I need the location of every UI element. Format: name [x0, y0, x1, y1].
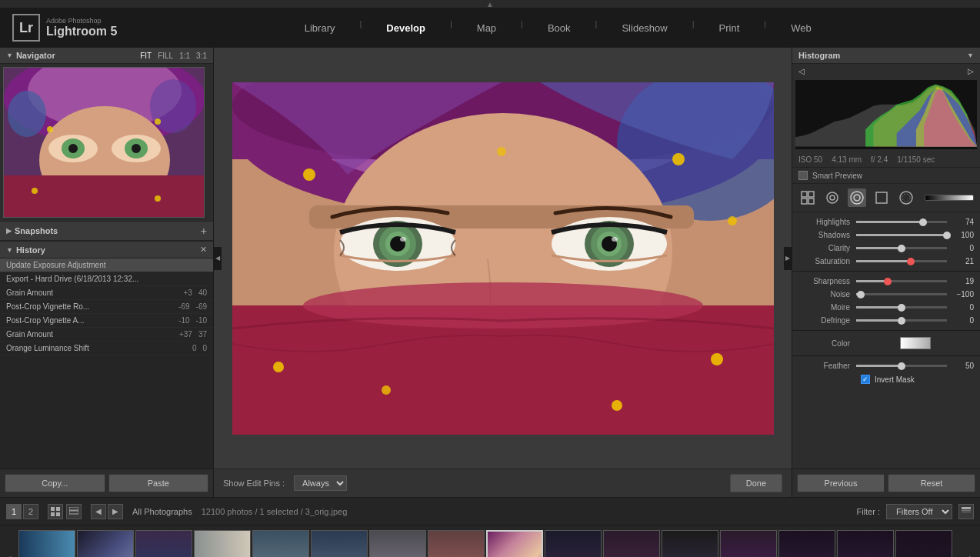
- film-thumbnail[interactable]: [18, 530, 75, 558]
- feather-slider[interactable]: [856, 365, 947, 367]
- previous-button[interactable]: Previous: [797, 474, 885, 492]
- highlight-clipping-icon[interactable]: ▷: [968, 67, 974, 75]
- defringe-slider[interactable]: [856, 319, 947, 322]
- nav-slideshow[interactable]: Slideshow: [615, 19, 673, 37]
- history-close-button[interactable]: ✕: [200, 245, 207, 255]
- film-thumbnail[interactable]: [194, 530, 251, 558]
- saturation-row: Saturation 21: [792, 255, 980, 268]
- navigator-header[interactable]: ▼ Navigator FIT FILL 1:1 3:1: [0, 48, 213, 64]
- right-panel-toggle[interactable]: ▶: [784, 247, 792, 270]
- zoom-fill[interactable]: FILL: [158, 52, 173, 60]
- shadows-value: 100: [947, 231, 974, 239]
- film-thumbnail[interactable]: [545, 530, 602, 558]
- main-image-svg: [232, 82, 774, 435]
- view-compare-button[interactable]: 2: [23, 504, 38, 519]
- svg-point-45: [711, 353, 723, 365]
- color-swatch[interactable]: [900, 337, 931, 349]
- zoom-fit[interactable]: FIT: [140, 52, 152, 60]
- view-single-button[interactable]: 1: [6, 504, 22, 519]
- brush-tool-icon[interactable]: [897, 188, 915, 207]
- app-brand: Adobe Photoshop: [46, 17, 117, 25]
- film-thumbnail[interactable]: [252, 530, 309, 558]
- copy-button[interactable]: Copy...: [5, 474, 105, 492]
- film-thumbnail[interactable]: [720, 530, 777, 558]
- history-item-label: Orange Luminance Shift: [6, 344, 192, 352]
- history-item[interactable]: Post-Crop Vignette A... -10-10: [0, 314, 213, 328]
- histogram-svg: [795, 80, 977, 149]
- filter-label: Filter :: [856, 507, 880, 516]
- svg-point-16: [155, 195, 161, 202]
- smart-preview-row: Smart Preview: [792, 168, 980, 184]
- film-thumbnail[interactable]: [135, 530, 192, 558]
- highlights-slider[interactable]: [856, 221, 947, 223]
- grid-tool-icon[interactable]: [798, 188, 817, 207]
- sharpness-value: 19: [947, 277, 974, 285]
- history-item[interactable]: Grain Amount +340: [0, 286, 213, 300]
- invert-mask-checkbox[interactable]: ✓: [861, 375, 870, 384]
- snapshots-add-button[interactable]: +: [201, 225, 207, 237]
- film-thumbnail[interactable]: [77, 530, 134, 558]
- moire-slider[interactable]: [856, 306, 947, 309]
- nav-prev-arrow[interactable]: ◀: [91, 504, 106, 519]
- history-item[interactable]: Export - Hard Drive (6/18/2013 12:32...: [0, 272, 213, 286]
- film-thumbnail[interactable]: [837, 530, 894, 558]
- shadows-slider[interactable]: [856, 234, 947, 236]
- history-item[interactable]: Update Exposure Adjustment: [0, 258, 213, 272]
- top-panel-toggle[interactable]: ▲: [0, 0, 980, 8]
- history-header[interactable]: ▼ History ✕: [0, 242, 213, 258]
- history-item[interactable]: Grain Amount +3737: [0, 328, 213, 342]
- filter-select[interactable]: Filters Off: [886, 504, 952, 519]
- view-options-button[interactable]: [958, 504, 974, 519]
- nav-map[interactable]: Map: [471, 19, 502, 37]
- smart-preview-checkbox[interactable]: [798, 171, 808, 180]
- film-thumbnail[interactable]: [662, 530, 718, 558]
- radial-tool-icon[interactable]: [848, 188, 866, 207]
- history-item[interactable]: Post-Crop Vignette Ro... -69-69: [0, 300, 213, 314]
- left-panel-toggle[interactable]: ◀: [214, 247, 222, 270]
- color-row: Color: [792, 334, 980, 352]
- filmstrip-right-arrow[interactable]: ▶: [965, 554, 980, 557]
- shadow-clipping-icon[interactable]: ◁: [798, 67, 805, 75]
- film-thumbnail[interactable]: [428, 530, 485, 558]
- film-thumbnail[interactable]: [369, 530, 426, 558]
- film-thumbnail[interactable]: [778, 530, 835, 558]
- crop-tool-icon[interactable]: [823, 188, 842, 207]
- nav-develop[interactable]: Develop: [380, 19, 432, 37]
- zoom-3to1[interactable]: 3:1: [196, 52, 207, 60]
- film-thumbnail[interactable]: [603, 530, 660, 558]
- nav-web[interactable]: Web: [785, 19, 818, 37]
- main-image[interactable]: [232, 82, 774, 435]
- histogram-menu-icon[interactable]: ▼: [967, 52, 974, 59]
- paste-button[interactable]: Paste: [108, 474, 209, 492]
- film-thumbnail[interactable]: [486, 530, 543, 558]
- tone-curve-gradient[interactable]: [925, 195, 974, 201]
- square-tool-icon[interactable]: [872, 188, 891, 207]
- filmstrip-view-button[interactable]: [66, 504, 82, 519]
- nav-book[interactable]: Book: [542, 19, 577, 37]
- grid-view-button[interactable]: [48, 504, 63, 519]
- section-divider-2: [792, 330, 980, 331]
- film-thumbnail[interactable]: [895, 530, 952, 558]
- shadows-row: Shadows 100: [792, 228, 980, 242]
- navigator-preview[interactable]: [3, 67, 210, 218]
- reset-button[interactable]: Reset: [888, 474, 975, 492]
- clarity-slider[interactable]: [856, 247, 947, 249]
- filmstrip-left-arrow[interactable]: ◀: [0, 554, 15, 557]
- view-mode-buttons: [48, 504, 82, 519]
- done-button[interactable]: Done: [730, 474, 782, 492]
- left-panel-actions: Copy... Paste: [0, 469, 213, 497]
- saturation-slider[interactable]: [856, 260, 947, 262]
- history-list: Update Exposure Adjustment Export - Hard…: [0, 258, 213, 469]
- film-thumbnail[interactable]: [311, 530, 368, 558]
- noise-slider[interactable]: [856, 293, 947, 295]
- nav-print[interactable]: Print: [713, 19, 746, 37]
- zoom-1to1[interactable]: 1:1: [179, 52, 190, 60]
- status-bar: 1 2 ◀ ▶ All Photographs 12100 photos / 1…: [0, 497, 980, 525]
- nav-library[interactable]: Library: [298, 19, 342, 37]
- edit-pins-select[interactable]: Always: [294, 475, 347, 491]
- sharpness-slider[interactable]: [856, 280, 947, 282]
- nav-next-arrow[interactable]: ▶: [108, 504, 123, 519]
- history-item[interactable]: Orange Luminance Shift 00: [0, 342, 213, 355]
- top-bar: Lr Adobe Photoshop Lightroom 5 Library |…: [0, 8, 980, 48]
- snapshots-header[interactable]: ▶ Snapshots +: [0, 222, 213, 241]
